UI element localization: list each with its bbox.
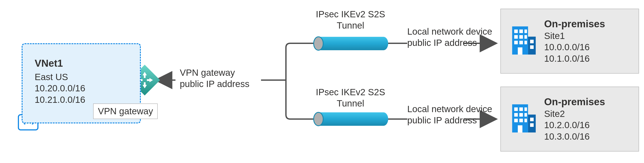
svg-rect-23 — [519, 35, 523, 39]
svg-rect-40 — [519, 118, 523, 122]
onprem-site2-box: On-premises Site2 10.2.0.0/16 10.3.0.0/1… — [500, 86, 639, 152]
local-device-top-line1: Local network device — [407, 26, 492, 38]
local-device-top-line2: public IP address — [407, 37, 477, 49]
tunnel-bottom-line1: IPsec IKEv2 S2S — [309, 86, 392, 98]
svg-rect-38 — [524, 113, 527, 117]
onprem1-site: Site1 — [544, 30, 630, 42]
svg-rect-19 — [514, 30, 518, 33]
onprem1-cidr2: 10.1.0.0/16 — [544, 53, 630, 64]
svg-rect-42 — [518, 125, 522, 132]
svg-rect-34 — [519, 107, 523, 111]
onprem2-cidr2: 10.3.0.0/16 — [544, 131, 630, 142]
svg-rect-26 — [519, 41, 523, 44]
svg-rect-28 — [518, 48, 522, 54]
onprem2-site: Site2 — [544, 108, 630, 120]
tunnel-bottom — [314, 112, 407, 126]
onprem1-cidr1: 10.0.0.0/16 — [544, 42, 630, 53]
svg-point-7 — [379, 112, 388, 126]
svg-rect-20 — [519, 30, 523, 33]
svg-rect-39 — [514, 118, 518, 122]
svg-rect-37 — [519, 113, 523, 117]
svg-rect-22 — [514, 35, 518, 39]
branch-top — [286, 43, 314, 80]
svg-rect-6 — [318, 112, 384, 126]
vnet-title: VNet1 — [35, 57, 128, 70]
onprem-site1-box: On-premises Site1 10.0.0.0/16 10.1.0.0/1… — [500, 9, 639, 74]
svg-rect-43 — [530, 118, 534, 121]
vnet-cidr-1: 10.20.0.0/16 — [35, 83, 128, 94]
svg-rect-24 — [524, 35, 527, 39]
building-icon — [510, 26, 536, 54]
svg-rect-33 — [514, 107, 518, 111]
vpn-gateway-label: VPN gateway — [93, 104, 158, 119]
tunnel-top-line1: IPsec IKEv2 S2S — [309, 9, 392, 20]
svg-point-2 — [379, 37, 388, 50]
svg-rect-25 — [514, 41, 518, 44]
vnet-region: East US — [35, 72, 128, 83]
svg-rect-29 — [530, 40, 534, 43]
onprem2-title: On-premises — [544, 96, 630, 108]
onprem1-title: On-premises — [544, 18, 630, 30]
svg-rect-30 — [530, 45, 534, 49]
svg-rect-35 — [524, 107, 527, 111]
building-icon — [510, 104, 536, 132]
local-device-bottom-line2: public IP address — [407, 115, 477, 126]
svg-rect-1 — [318, 37, 384, 50]
tunnel-top-line2: Tunnel — [309, 20, 392, 32]
svg-rect-44 — [530, 123, 534, 127]
svg-rect-21 — [524, 30, 527, 33]
gateway-public-ip-line2: public IP address — [180, 78, 249, 90]
svg-rect-36 — [514, 113, 518, 117]
onprem2-cidr1: 10.2.0.0/16 — [544, 120, 630, 131]
gateway-public-ip-line1: VPN gateway — [180, 67, 235, 78]
tunnel-bottom-line2: Tunnel — [309, 98, 392, 109]
tunnel-top — [314, 37, 407, 50]
svg-rect-27 — [524, 41, 527, 44]
svg-rect-41 — [524, 118, 527, 122]
local-device-bottom-line1: Local network device — [407, 104, 492, 115]
